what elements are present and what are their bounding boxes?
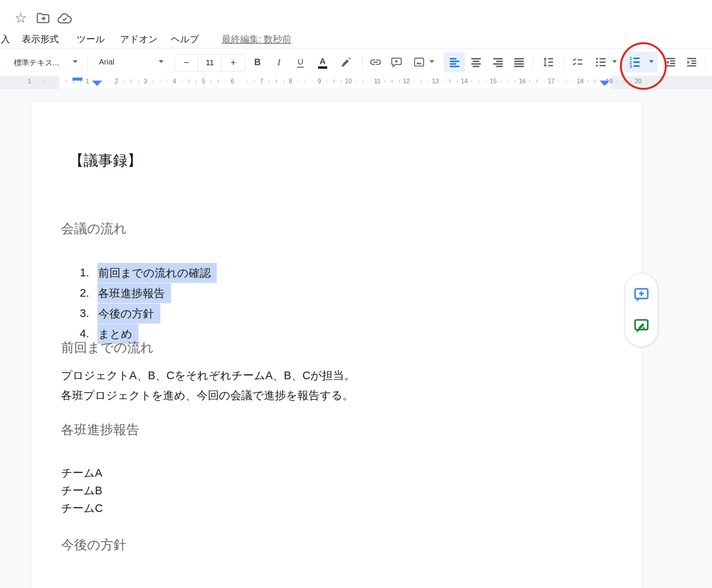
google-docs-window: ☆ 入 表示形式 ツール アドオン ヘルプ 最終編集: 数秒前 標準テキス...… [0, 0, 712, 588]
paragraph[interactable]: チームA [61, 466, 102, 481]
ruler-tick [392, 79, 392, 83]
heading-progress-report[interactable]: 各班進捗報告 [61, 421, 139, 439]
paragraph-style-dropdown[interactable]: 標準テキス... [14, 58, 59, 68]
last-edit-link[interactable]: 最終編集: 数秒前 [222, 33, 291, 45]
paragraph[interactable]: チームC [61, 501, 103, 516]
list-item[interactable]: 2. 各班進捗報告 [80, 283, 171, 303]
increase-indent-button[interactable] [685, 56, 698, 69]
ruler-number: 2 [115, 78, 118, 85]
right-indent-marker[interactable] [600, 81, 610, 86]
ruler-tick [399, 81, 400, 82]
align-left-button[interactable] [448, 56, 461, 69]
align-right-button[interactable] [491, 56, 504, 69]
ruler-tick [457, 81, 458, 82]
numbered-list-button[interactable]: 123 [628, 56, 641, 69]
star-icon[interactable]: ☆ [15, 11, 27, 25]
list-item[interactable]: 3. 今後の方針 [80, 303, 160, 324]
ruler-tick [305, 79, 306, 83]
font-size-input[interactable]: 11 [198, 54, 222, 71]
menu-addons[interactable]: アドオン [120, 33, 158, 45]
ruler-tick [341, 81, 342, 82]
paragraph[interactable]: プロジェクトA、B、CをそれぞれチームA、B、Cが担当。 [61, 368, 355, 383]
ruler-number: 14 [461, 78, 468, 85]
chevron-down-icon[interactable] [612, 60, 617, 63]
ruler-tick [240, 81, 241, 82]
ruler-tick [283, 81, 284, 82]
ruler-number: 7 [260, 78, 263, 85]
move-folder-icon[interactable] [36, 12, 51, 26]
ruler[interactable]: 11234567891011121314151617181920 [0, 76, 712, 89]
pen-comment-icon [633, 317, 650, 335]
ruler-tick [515, 81, 516, 82]
highlight-color-button[interactable] [340, 56, 353, 69]
chevron-down-icon[interactable] [649, 60, 654, 63]
add-comment-fab-button[interactable] [633, 286, 650, 304]
ruler-tick [138, 81, 139, 82]
ruler-tick [529, 81, 530, 82]
suggest-edits-fab-button[interactable] [633, 317, 650, 335]
chevron-down-icon[interactable] [159, 60, 163, 63]
link-icon [369, 56, 382, 69]
insert-link-button[interactable] [369, 56, 382, 69]
menu-tools[interactable]: ツール [77, 33, 105, 45]
ruler-number: 13 [432, 78, 439, 85]
ruler-tick [537, 79, 537, 83]
ruler-tick [443, 81, 443, 82]
menu-insert-partial[interactable]: 入 [1, 33, 10, 45]
list-number: 1. [80, 266, 97, 279]
text-color-label: A [320, 57, 326, 66]
heading-meeting-flow[interactable]: 会議の流れ [61, 220, 127, 238]
justify-button[interactable] [513, 56, 526, 69]
ruler-tick [66, 81, 66, 82]
paragraph[interactable]: 各班プロジェクトを進め、今回の会議で進捗を報告する。 [61, 388, 354, 403]
ruler-tick [247, 79, 248, 83]
doc-title[interactable]: 【議事録】 [69, 151, 142, 170]
ruler-tick [312, 81, 313, 82]
chevron-down-icon[interactable] [73, 60, 77, 63]
line-spacing-button[interactable] [542, 56, 555, 69]
ruler-tick [616, 81, 617, 82]
paragraph[interactable]: チームB [61, 483, 102, 499]
ruler-tick [37, 81, 38, 82]
ruler-tick [573, 81, 574, 82]
decrease-font-size-button[interactable]: − [175, 54, 198, 71]
underline-button[interactable]: U [294, 56, 307, 69]
align-center-button[interactable] [470, 56, 483, 69]
ruler-tick [211, 81, 211, 82]
checklist-button[interactable] [571, 56, 584, 69]
heading-future-policy[interactable]: 今後の方針 [61, 536, 127, 554]
list-item[interactable]: 1. 前回までの流れの確認 [80, 263, 217, 283]
menu-format[interactable]: 表示形式 [22, 33, 59, 45]
menu-help[interactable]: ヘルプ [171, 33, 199, 45]
selected-text[interactable]: 前回までの流れの確認 [97, 263, 217, 283]
ruler-tick [363, 79, 364, 83]
bold-label: B [254, 57, 261, 68]
toolbar-divider [87, 55, 88, 70]
increase-font-size-button[interactable]: + [222, 54, 245, 71]
italic-button[interactable]: I [272, 56, 285, 69]
cloud-saved-icon[interactable] [57, 12, 73, 26]
text-color-button[interactable]: A [316, 55, 329, 70]
align-center-icon [470, 56, 482, 68]
first-line-indent-marker[interactable] [73, 78, 82, 81]
document-page[interactable]: 【議事録】 会議の流れ 1. 前回までの流れの確認 2. 各班進捗報告 3. 今… [31, 101, 642, 588]
ruler-number: 8 [288, 78, 292, 85]
add-comment-button[interactable] [389, 56, 403, 69]
bold-button[interactable]: B [251, 56, 264, 69]
ruler-tick [269, 81, 269, 82]
paragraph-style-label: 標準テキス... [14, 58, 59, 68]
chevron-down-icon[interactable] [430, 60, 434, 63]
comment-add-icon [390, 56, 403, 69]
selected-text[interactable]: 今後の方針 [97, 304, 160, 324]
selected-text[interactable]: 各班進捗報告 [97, 283, 171, 303]
comment-add-icon [633, 286, 650, 304]
left-indent-marker[interactable] [92, 81, 102, 86]
insert-image-button[interactable] [412, 56, 426, 69]
floating-action-pill [625, 274, 658, 347]
font-dropdown[interactable]: Arial [99, 58, 114, 66]
bulleted-list-button[interactable] [594, 56, 607, 69]
ruler-tick [559, 81, 559, 82]
decrease-indent-button[interactable] [664, 56, 677, 69]
ruler-tick [44, 79, 45, 83]
heading-previous-flow[interactable]: 前回までの流れ [61, 339, 153, 357]
